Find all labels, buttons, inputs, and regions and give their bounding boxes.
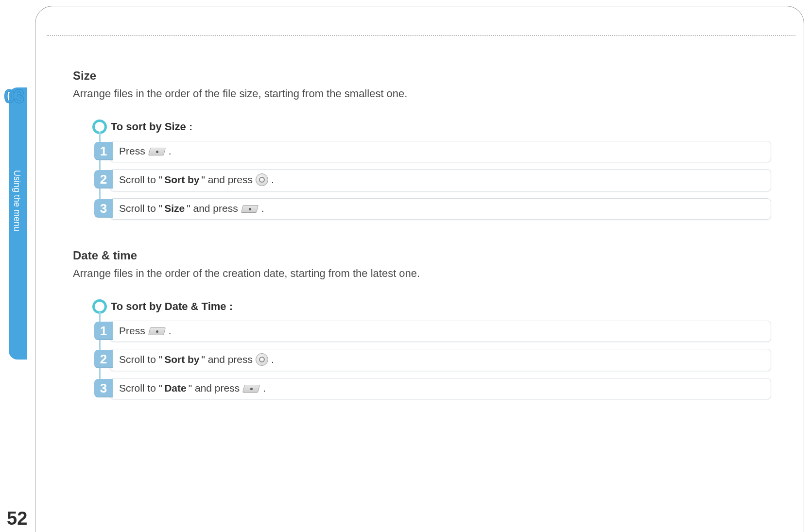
step-text: Scroll to " Sort by " and press . — [110, 349, 771, 371]
device-button-icon — [241, 204, 259, 213]
text-bold: Sort by — [164, 354, 199, 365]
procedure-title-row: To sort by Size : — [92, 120, 771, 134]
text: Press — [119, 325, 145, 337]
step-text: Scroll to " Sort by " and press . — [110, 169, 771, 191]
step-text: Press . — [110, 141, 771, 162]
text: " and press — [187, 203, 238, 214]
text-bold: Size — [164, 203, 185, 214]
step-row: 2 Scroll to " Sort by " and press . — [94, 349, 771, 371]
step-number-badge: 2 — [94, 350, 113, 368]
section-heading-date-time: Date & time — [73, 249, 771, 262]
text: " and press — [189, 382, 240, 394]
text: Scroll to " — [119, 354, 162, 365]
procedure-sort-by-size: To sort by Size : 1 Press . 2 Scroll to … — [94, 120, 771, 220]
procedure-title: To sort by Date & Time : — [111, 300, 233, 313]
device-button-icon — [148, 146, 166, 156]
procedure-sort-by-date: To sort by Date & Time : 1 Press . 2 Scr… — [94, 299, 771, 399]
text: Scroll to " — [119, 382, 162, 394]
procedure-title-row: To sort by Date & Time : — [92, 299, 771, 314]
step-number-badge: 1 — [94, 142, 113, 160]
chapter-label: Using the menu — [12, 170, 22, 267]
device-button-icon — [148, 326, 166, 336]
text: " and press — [202, 354, 253, 365]
section-desc-date-time: Arrange files in the order of the creati… — [73, 267, 771, 280]
step-number-badge: 2 — [94, 170, 113, 189]
text: " and press — [202, 174, 253, 186]
text: . — [271, 354, 274, 365]
device-ring-icon — [256, 353, 268, 366]
step-row: 3 Scroll to " Date " and press . — [94, 378, 771, 399]
page-content: Size Arrange files in the order of the f… — [73, 69, 771, 429]
step-number-badge: 3 — [94, 379, 113, 397]
text: Scroll to " — [119, 174, 162, 186]
step-row: 3 Scroll to " Size " and press . — [94, 198, 771, 220]
text: Press — [119, 145, 145, 157]
step-number-badge: 1 — [94, 322, 113, 340]
section-desc-size: Arrange files in the order of the file s… — [73, 87, 771, 100]
text: Scroll to " — [119, 203, 162, 214]
step-text: Press . — [110, 321, 771, 342]
chapter-number: 03 — [4, 86, 24, 107]
procedure-title: To sort by Size : — [111, 120, 192, 133]
device-button-icon — [242, 383, 260, 393]
section-heading-size: Size — [73, 69, 771, 83]
step-text: Scroll to " Date " and press . — [110, 378, 771, 399]
text-bold: Sort by — [164, 174, 199, 186]
text: . — [271, 174, 274, 186]
step-row: 1 Press . — [94, 321, 771, 342]
page-header-divider — [47, 35, 795, 36]
device-ring-icon — [256, 173, 268, 186]
step-number-badge: 3 — [94, 199, 113, 218]
text: . — [263, 382, 266, 394]
text-bold: Date — [164, 382, 187, 394]
page-number: 52 — [7, 508, 27, 529]
text: . — [169, 325, 172, 337]
step-text: Scroll to " Size " and press . — [110, 198, 771, 220]
step-row: 2 Scroll to " Sort by " and press . — [94, 169, 771, 191]
step-row: 1 Press . — [94, 141, 771, 162]
text: . — [261, 203, 264, 214]
text: . — [169, 145, 172, 157]
